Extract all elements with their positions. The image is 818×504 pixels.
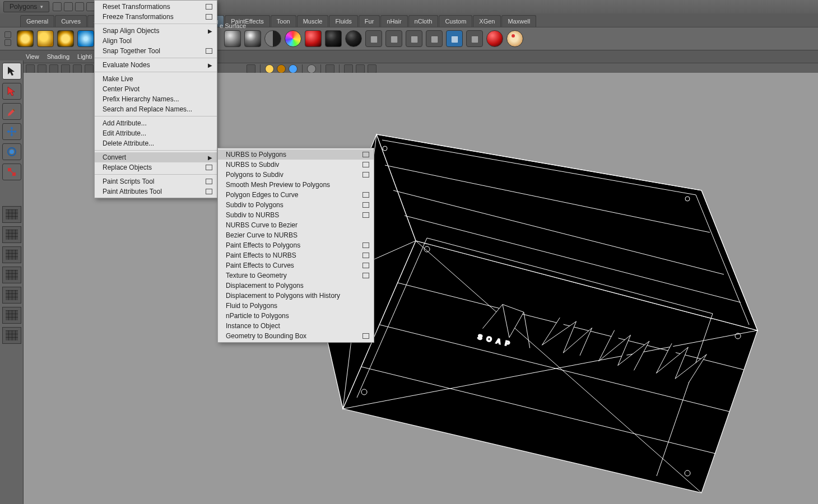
shelf-tab-XGen[interactable]: XGen [473, 15, 501, 27]
material-black-icon[interactable] [345, 30, 362, 47]
render-globals-icon[interactable]: ▦ [466, 30, 483, 47]
light-point-icon[interactable] [57, 30, 74, 47]
light-ambient-icon[interactable] [17, 30, 34, 47]
layout-two-h-icon[interactable] [2, 246, 21, 263]
option-box-icon[interactable] [362, 253, 369, 258]
shelf-tab-Curves[interactable]: Curves [55, 15, 87, 27]
move-tool[interactable] [2, 123, 21, 140]
module-dropdown[interactable]: Polygons [3, 1, 49, 12]
submenu-item-fluid-to-polygons[interactable]: Fluid to Polygons [218, 301, 374, 311]
panel-light-icon[interactable] [265, 64, 274, 73]
layout-three-icon[interactable] [2, 287, 21, 304]
material-lambert-icon[interactable] [224, 30, 241, 47]
light-directional-icon[interactable] [37, 30, 54, 47]
option-box-icon[interactable] [362, 192, 369, 198]
panel-menu-shading[interactable]: Shading [47, 53, 69, 60]
panel-tool-icon[interactable] [247, 64, 255, 73]
submenu-item-geometry-to-bounding-box[interactable]: Geometry to Bounding Box [218, 331, 374, 341]
panel-tool-icon[interactable] [85, 64, 94, 73]
panel-tool-icon[interactable] [326, 64, 334, 73]
submenu-item-polygon-edges-to-curve[interactable]: Polygon Edges to Curve [218, 190, 374, 200]
hypershade-icon[interactable]: ▦ [446, 30, 463, 47]
option-box-icon[interactable] [206, 14, 212, 20]
panel-menu-view[interactable]: View [26, 53, 39, 60]
panel-light-icon[interactable] [289, 64, 298, 73]
layout-outliner-icon[interactable] [2, 327, 21, 344]
panel-menu-lighti[interactable]: Lighti [77, 53, 92, 60]
shelf-tab-Custom[interactable]: Custom [439, 15, 472, 27]
panel-shade-icon[interactable] [307, 64, 316, 73]
menu-item-snap-align-objects[interactable]: Snap Align Objects▶ [95, 26, 217, 36]
submenu-item-instance-to-object[interactable]: Instance to Object [218, 321, 374, 331]
option-box-icon[interactable] [362, 273, 369, 278]
menu-item-delete-attribute-[interactable]: Delete Attribute... [95, 138, 217, 148]
panel-tool-icon[interactable] [356, 64, 365, 73]
submenu-item-paint-effects-to-curves[interactable]: Paint Effects to Curves [218, 260, 374, 270]
convert-submenu[interactable]: NURBS to PolygonsNURBS to SubdivPolygons… [217, 148, 374, 343]
panel-tool-icon[interactable] [73, 64, 82, 73]
submenu-item-nurbs-to-polygons[interactable]: NURBS to Polygons [218, 150, 374, 160]
panel-tool-icon[interactable] [26, 64, 35, 73]
submenu-item-subdiv-to-nurbs[interactable]: Subdiv to NURBS [218, 210, 374, 220]
panel-tool-icon[interactable] [38, 64, 47, 73]
toolbar-icon[interactable] [64, 2, 73, 11]
panel-tool-icon[interactable] [344, 64, 353, 73]
light-spot-icon[interactable] [77, 30, 94, 47]
submenu-item-bezier-curve-to-nurbs[interactable]: Bezier Curve to NURBS [218, 230, 374, 240]
menu-item-make-live[interactable]: Make Live [95, 74, 217, 84]
layout-four-icon[interactable] [2, 226, 21, 243]
submenu-item-nurbs-curve-to-bezier[interactable]: NURBS Curve to Bezier [218, 220, 374, 230]
modify-menu[interactable]: Reset TransformationsFreeze Transformati… [94, 0, 217, 198]
material-blinn-icon[interactable] [244, 30, 261, 47]
ipr-render-icon[interactable]: ▦ [385, 30, 402, 47]
option-box-icon[interactable] [206, 48, 212, 54]
menu-item-reset-transformations[interactable]: Reset Transformations [95, 2, 217, 12]
layout-single-icon[interactable] [2, 206, 21, 223]
toolbar-icon[interactable] [53, 2, 62, 11]
menu-item-freeze-transformations[interactable]: Freeze Transformations [95, 12, 217, 22]
option-box-icon[interactable] [362, 162, 369, 167]
option-box-icon[interactable] [206, 4, 212, 10]
material-ramp-icon[interactable] [285, 30, 301, 47]
shelf-tab-nCloth[interactable]: nCloth [408, 15, 439, 27]
panel-tool-icon[interactable] [49, 64, 58, 73]
option-box-icon[interactable] [362, 152, 369, 157]
shelf-toggle-icon[interactable] [4, 39, 11, 46]
option-box-icon[interactable] [206, 165, 212, 170]
menu-item-convert[interactable]: Convert▶ [95, 152, 217, 162]
submenu-item-displacement-to-polygons[interactable]: Displacement to Polygons [218, 281, 374, 291]
rotate-tool[interactable] [2, 143, 21, 160]
option-box-icon[interactable] [362, 333, 369, 339]
option-box-icon[interactable] [362, 172, 369, 178]
menu-item-edit-attribute-[interactable]: Edit Attribute... [95, 128, 217, 138]
scale-tool[interactable] [2, 164, 21, 180]
submenu-item-smooth-mesh-preview-to-polygons[interactable]: Smooth Mesh Preview to Polygons [218, 180, 374, 190]
option-box-icon[interactable] [362, 202, 369, 208]
material-surface-icon[interactable] [325, 30, 342, 47]
menu-item-paint-attributes-tool[interactable]: Paint Attributes Tool [95, 186, 217, 197]
option-box-icon[interactable] [362, 242, 369, 248]
render-icon[interactable]: ▦ [365, 30, 382, 47]
submenu-item-texture-to-geometry[interactable]: Texture to Geometry [218, 270, 374, 281]
panel-light-icon[interactable] [277, 64, 286, 73]
material-anisotropic-icon[interactable] [305, 30, 322, 47]
menu-item-replace-objects[interactable]: Replace Objects [95, 162, 217, 172]
menu-item-snap-together-tool[interactable]: Snap Together Tool [95, 46, 217, 56]
submenu-item-subdiv-to-polygons[interactable]: Subdiv to Polygons [218, 200, 374, 210]
option-box-icon[interactable] [362, 212, 369, 218]
layout-custom-icon[interactable] [2, 307, 21, 324]
menu-item-search-and-replace-names-[interactable]: Search and Replace Names... [95, 104, 217, 114]
submenu-item-paint-effects-to-nurbs[interactable]: Paint Effects to NURBS [218, 250, 374, 260]
shelf-toggle-icon[interactable] [4, 31, 11, 38]
shelf-tab-nHair[interactable]: nHair [380, 15, 407, 27]
toolbar-icon[interactable] [75, 2, 84, 11]
layout-two-v-icon[interactable] [2, 267, 21, 283]
panel-tool-icon[interactable] [61, 64, 70, 73]
paint-select-tool[interactable] [2, 103, 21, 120]
submenu-item-polygons-to-subdiv[interactable]: Polygons to Subdiv [218, 170, 374, 180]
submenu-item-displacement-to-polygons-with-history[interactable]: Displacement to Polygons with History [218, 291, 374, 301]
shelf-tab-Muscle[interactable]: Muscle [297, 15, 329, 27]
lasso-tool[interactable] [2, 83, 21, 100]
menu-item-prefix-hierarchy-names-[interactable]: Prefix Hierarchy Names... [95, 94, 217, 104]
menu-item-align-tool[interactable]: Align Tool [95, 36, 217, 46]
